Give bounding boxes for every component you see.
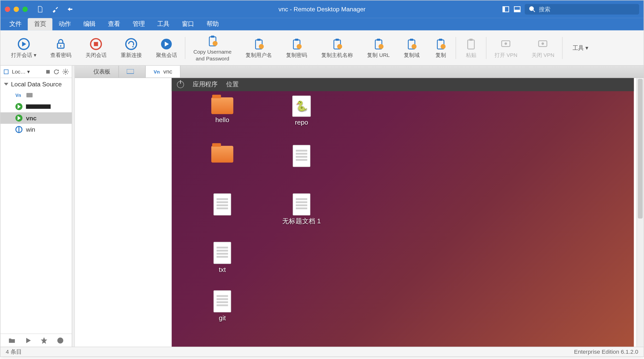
- tab-仪表板[interactable]: 仪表板: [75, 66, 119, 78]
- tree-group-root[interactable]: Local Data Source: [1, 79, 72, 89]
- statusbar: 4 条目 Enterprise Edition 6.1.2.0: [1, 347, 644, 356]
- search-box[interactable]: [525, 4, 639, 15]
- panel-bottom-icon[interactable]: [513, 5, 521, 13]
- remote-desktop-icon[interactable]: git: [185, 290, 260, 338]
- sidebar-header: Loc… ▾: [1, 66, 72, 78]
- svg-rect-3: [514, 10, 520, 12]
- remote-desktop-icon[interactable]: [264, 144, 339, 192]
- remote-desktop[interactable]: 应用程序 位置 hello🐍repo无标题文档 1txtgit: [172, 78, 634, 347]
- menu-6[interactable]: 工具: [151, 18, 176, 30]
- folder-open-icon[interactable]: [8, 336, 16, 344]
- ribbon-play-button[interactable]: 打开会话 ▾: [4, 30, 43, 65]
- remote-desktop-icon[interactable]: [185, 193, 260, 241]
- svg-point-26: [378, 44, 383, 49]
- datasource-icon: [3, 68, 9, 75]
- ribbon-clip-host-button[interactable]: 复制主机名称: [314, 30, 360, 65]
- tab-1[interactable]: [119, 66, 146, 78]
- vertical-scrollbar[interactable]: [636, 78, 643, 347]
- menu-8[interactable]: 帮助: [200, 18, 225, 30]
- ribbon-clip-domain-button[interactable]: 复制域: [397, 30, 427, 65]
- ribbon-clip-user2-button[interactable]: 复制用户名: [238, 30, 279, 65]
- maximize-window-button[interactable]: [22, 7, 28, 12]
- connection-tree: Local Data Source Vnvncwin: [1, 78, 72, 334]
- menu-4[interactable]: 查看: [102, 18, 126, 30]
- ribbon-stop-button[interactable]: 关闭会话: [78, 30, 114, 65]
- menu-2[interactable]: 动作: [52, 18, 77, 30]
- document-icon[interactable]: [36, 6, 44, 13]
- window-controls: [5, 7, 28, 12]
- tree-item[interactable]: vnc: [1, 112, 72, 124]
- remote-session-viewport[interactable]: 应用程序 位置 hello🐍repo无标题文档 1txtgit: [75, 78, 634, 347]
- file-icon: [293, 193, 310, 215]
- toolbar-ribbon: 打开会话 ▾查看密码关闭会话重新连接聚焦会话Copy Username and …: [1, 30, 644, 66]
- file-icon: [214, 290, 231, 312]
- remote-desktop-icon[interactable]: [185, 144, 260, 192]
- datasource-selector[interactable]: Loc… ▾: [12, 68, 43, 75]
- tree-group-label: Local Data Source: [11, 81, 62, 88]
- reconnect-icon: [124, 37, 138, 51]
- svg-point-20: [297, 44, 302, 49]
- tree-item[interactable]: [1, 101, 72, 112]
- remote-desktop-icon[interactable]: 无标题文档 1: [264, 193, 339, 241]
- remote-menu-apps[interactable]: 应用程序: [193, 81, 217, 88]
- tree-item[interactable]: win: [1, 124, 72, 135]
- svg-point-23: [337, 44, 342, 49]
- gear-icon[interactable]: [62, 68, 69, 75]
- ribbon-lock-button[interactable]: 查看密码: [43, 30, 78, 65]
- ribbon-clip-lock-button[interactable]: 复制密码: [279, 30, 314, 65]
- menu-1[interactable]: 首页: [28, 18, 52, 30]
- svg-rect-22: [336, 39, 339, 41]
- menubar: 文件首页动作编辑查看管理工具窗口帮助: [1, 18, 644, 30]
- sidebar: Loc… ▾ Local Data Source Vnvncwin: [1, 66, 72, 347]
- ribbon-clip-url-button[interactable]: 复制 URL: [360, 30, 397, 65]
- remote-gnome-topbar[interactable]: 应用程序 位置: [172, 78, 634, 91]
- refresh-icon[interactable]: [53, 68, 59, 75]
- folder-icon: [211, 97, 233, 114]
- remote-desktop-icon[interactable]: txt: [185, 241, 260, 289]
- undo-icon[interactable]: [66, 6, 73, 13]
- file-icon: [214, 193, 231, 215]
- menu-3[interactable]: 编辑: [77, 18, 102, 30]
- remote-icon-label: 无标题文档 1: [282, 217, 321, 226]
- ribbon-label: 复制密码: [286, 52, 307, 58]
- ribbon-label: 复制用户名: [246, 52, 272, 58]
- ribbon-focus-button[interactable]: 聚焦会话: [149, 30, 184, 65]
- host-icon: [127, 69, 134, 74]
- app-body: Loc… ▾ Local Data Source Vnvncwin: [1, 66, 644, 347]
- folder-icon: [211, 146, 233, 162]
- menu-7[interactable]: 窗口: [176, 18, 200, 30]
- remote-desktop-icon[interactable]: 🐍repo: [264, 96, 339, 144]
- search-input[interactable]: [539, 6, 636, 13]
- disclosure-triangle-icon[interactable]: [4, 83, 8, 85]
- ribbon-vpn-close-button: 关闭 VPN: [525, 30, 561, 65]
- minimize-window-button[interactable]: [14, 7, 19, 12]
- menu-0[interactable]: 文件: [3, 18, 28, 30]
- tree-item[interactable]: Vn: [1, 89, 72, 101]
- ribbon-clip-button[interactable]: 复制: [427, 30, 455, 65]
- ribbon-label: Copy Username and Password: [193, 49, 232, 61]
- main-area: 仪表板Vnvnc 应用程序 位置 hello🐍repo无标题文档 1txtgit: [75, 66, 643, 347]
- menu-5[interactable]: 管理: [126, 18, 151, 30]
- ribbon-tools-dropdown[interactable]: 工具 ▾: [564, 44, 597, 52]
- remote-menu-places[interactable]: 位置: [226, 81, 238, 88]
- panel-left-icon[interactable]: [502, 5, 510, 13]
- star-icon[interactable]: [40, 336, 48, 344]
- close-window-button[interactable]: [5, 7, 10, 12]
- clip-domain-icon: [405, 37, 419, 51]
- remote-power-icon[interactable]: [177, 81, 184, 88]
- expand-panel-icon[interactable]: [45, 69, 51, 74]
- svg-rect-31: [439, 39, 442, 41]
- file-icon: [293, 145, 310, 167]
- play-small-icon[interactable]: [24, 336, 32, 344]
- scrollbar-thumb[interactable]: [638, 79, 643, 219]
- clip-user-icon: [206, 34, 220, 48]
- brush-icon[interactable]: [52, 6, 59, 13]
- status-right: Enterprise Edition 6.1.2.0: [574, 348, 638, 355]
- tab-vnc[interactable]: Vnvnc: [146, 66, 181, 78]
- resize-handle[interactable]: [72, 66, 75, 347]
- remote-desktop-icon[interactable]: hello: [185, 96, 260, 144]
- svg-rect-42: [127, 69, 134, 73]
- ribbon-clip-user-button[interactable]: Copy Username and Password: [186, 30, 239, 65]
- ribbon-reconnect-button[interactable]: 重新连接: [114, 30, 149, 65]
- history-icon[interactable]: [56, 336, 64, 344]
